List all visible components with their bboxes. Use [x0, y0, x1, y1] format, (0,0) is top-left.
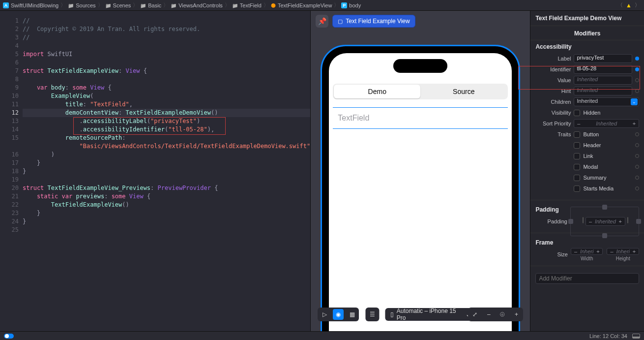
zoom-fit-button[interactable]: ⤢ — [469, 309, 480, 320]
pin-preview-button[interactable]: 📌 — [316, 15, 328, 28]
trait-checkbox[interactable]: Modal — [574, 164, 632, 170]
override-indicator[interactable] — [635, 57, 639, 61]
preview-mode-group: ▷ ◉ ▦ — [318, 308, 359, 321]
device-selector[interactable]: ▯ Automatic – iPhone 15 Pro ⌄ — [385, 308, 475, 321]
trait-checkbox[interactable]: Button — [574, 131, 632, 138]
sort-priority-stepper[interactable]: – Inherited + — [574, 119, 639, 128]
code-editor[interactable]: 1 2 3 4 5 6 7 8 9 10 11 12 13 14 15 16 1… — [0, 11, 310, 331]
padding-diagram[interactable]: – Inherited + — [570, 207, 639, 236]
override-indicator[interactable] — [635, 78, 639, 82]
plus-icon[interactable]: + — [630, 248, 639, 254]
minus-icon[interactable]: – — [607, 248, 616, 254]
accessibility-value-input[interactable]: Inherited — [574, 76, 632, 85]
inspector-title: Text Field Example Demo View — [530, 11, 644, 26]
override-indicator[interactable] — [635, 154, 639, 158]
settings-button[interactable]: ☰ — [367, 309, 378, 320]
bottom-panel-toggle[interactable] — [632, 334, 640, 339]
zoom-out-button[interactable]: – — [483, 309, 494, 320]
line-number: 7 — [0, 67, 19, 75]
main-area: 1 2 3 4 5 6 7 8 9 10 11 12 13 14 15 16 1… — [0, 11, 644, 331]
inspector-tab-modifiers[interactable]: Modifiers — [530, 26, 644, 40]
field-label: Value — [535, 77, 571, 83]
preview-tab-bar: 📌 Text Field Example View — [311, 11, 420, 31]
segmented-control[interactable]: Demo Source — [333, 84, 508, 99]
override-indicator[interactable] — [635, 132, 639, 136]
breadcrumb-item[interactable]: Sources — [68, 2, 95, 8]
folder-icon — [140, 2, 146, 8]
line-number: 17 — [0, 159, 19, 167]
trait-checkbox[interactable]: Link — [574, 153, 632, 159]
chevron-down-icon: ⌄ — [631, 98, 638, 105]
code-text[interactable]: // // Copyright © 2019 An Tran. All righ… — [23, 17, 310, 331]
trait-checkbox[interactable]: Summary — [574, 175, 632, 181]
preview-tab[interactable]: Text Field Example View — [332, 15, 415, 28]
minus-icon[interactable]: – — [574, 121, 583, 126]
line-number: 15 — [0, 134, 19, 142]
override-indicator[interactable] — [635, 89, 639, 93]
plus-icon[interactable]: + — [616, 218, 625, 224]
override-indicator[interactable] — [635, 165, 639, 169]
accessibility-children-select[interactable]: Inherited ⌄ — [574, 97, 639, 106]
variants-button[interactable]: ▦ — [347, 309, 357, 320]
plus-icon[interactable]: + — [593, 248, 602, 254]
override-indicator[interactable] — [635, 176, 639, 180]
minus-icon[interactable]: – — [586, 218, 595, 224]
zoom-in-button[interactable]: + — [511, 309, 522, 320]
breadcrumb-item[interactable]: Scenes — [105, 2, 131, 8]
trait-checkbox[interactable]: Starts Media — [574, 185, 632, 192]
back-button[interactable]: 〈 — [616, 1, 624, 9]
field-label: Label — [535, 56, 571, 62]
accessibility-identifier-input[interactable]: tll-05-28 — [574, 65, 632, 74]
folder-icon — [68, 2, 74, 8]
override-indicator[interactable] — [635, 143, 639, 147]
breadcrumb-symbol[interactable]: body — [341, 2, 361, 8]
trait-checkbox[interactable]: Header — [574, 142, 632, 149]
field-label: Traits — [535, 131, 571, 137]
visibility-hidden-checkbox[interactable]: Hidden — [574, 110, 639, 116]
override-indicator[interactable] — [635, 186, 639, 190]
breadcrumb-label: body — [349, 2, 361, 8]
padding-handle-top[interactable] — [602, 205, 607, 210]
breadcrumb-label: Sources — [76, 2, 95, 8]
device-label: Automatic – iPhone 15 Pro — [397, 308, 463, 321]
breadcrumb-project[interactable]: SwiftUIMindBlowing — [3, 2, 59, 8]
breadcrumb-file[interactable]: TextFieldExampleView — [271, 2, 332, 8]
padding-handle-right[interactable] — [636, 219, 641, 224]
forward-button[interactable]: 〉 — [634, 1, 641, 9]
breadcrumb-item[interactable]: ViewsAndControls — [171, 2, 223, 8]
chevron-icon: 〉 — [334, 1, 339, 9]
minus-icon[interactable]: – — [571, 248, 580, 254]
padding-checkbox[interactable] — [627, 217, 628, 223]
breadcrumb-item[interactable]: TextField — [232, 2, 262, 8]
padding-checkbox[interactable] — [583, 217, 584, 223]
field-label: Visibility — [535, 110, 571, 116]
padding-handle-left[interactable] — [568, 219, 573, 224]
zoom-100-button[interactable]: ⦾ — [497, 309, 508, 320]
line-number: 9 — [0, 84, 19, 92]
segment-demo[interactable]: Demo — [334, 85, 420, 98]
accessibility-label-input[interactable]: privacyTest — [574, 54, 632, 63]
breadcrumb-label: TextFieldExampleView — [278, 2, 332, 8]
accessibility-hint-input[interactable]: Inherited — [574, 87, 632, 95]
live-issues-toggle[interactable] — [4, 334, 14, 339]
chevron-icon: 〉 — [163, 1, 169, 9]
section-header: Frame — [535, 239, 639, 246]
checkbox-icon — [574, 110, 580, 116]
textfield-placeholder: TextField — [338, 114, 369, 123]
override-indicator[interactable] — [635, 67, 639, 71]
padding-handle-bottom[interactable] — [602, 233, 607, 238]
accessibility-section: Accessibility Label privacyTest Identifi… — [530, 40, 644, 197]
warning-icon[interactable]: ▲ — [626, 2, 632, 9]
field-caption: Width — [581, 256, 593, 261]
breadcrumb-item[interactable]: Basic — [140, 2, 161, 8]
preview-settings-group: ☰ — [366, 308, 380, 321]
plus-icon[interactable]: + — [630, 121, 639, 126]
textfield-preview[interactable]: TextField — [333, 107, 508, 129]
add-modifier-input[interactable] — [535, 273, 639, 284]
frame-width-stepper[interactable]: – Inheri + — [571, 248, 603, 255]
frame-height-stepper[interactable]: – Inheri + — [607, 248, 639, 255]
selectable-preview-button[interactable]: ◉ — [333, 309, 344, 320]
live-preview-button[interactable]: ▷ — [319, 309, 330, 320]
padding-stepper[interactable]: – Inherited + — [585, 217, 625, 226]
segment-source[interactable]: Source — [420, 85, 507, 98]
